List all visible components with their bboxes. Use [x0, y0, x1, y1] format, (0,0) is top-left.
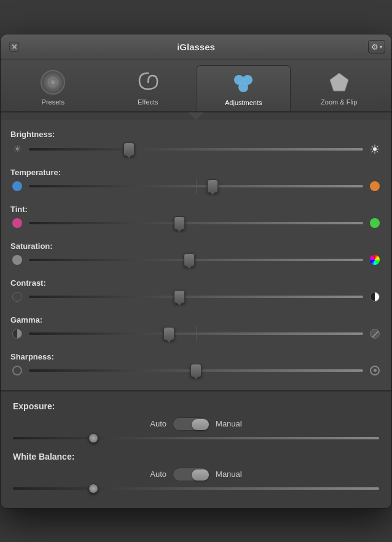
- gamma-label: Gamma:: [10, 315, 42, 324]
- blue-circle-icon: [12, 181, 22, 191]
- tab-bar: Presets Effects: [1, 60, 391, 112]
- tint-label-row: Tint:: [10, 203, 382, 214]
- spiral-svg: [136, 71, 160, 94]
- wb-toggle-knob: [192, 469, 209, 481]
- tab-presets-label: Presets: [42, 98, 65, 106]
- sharpness-label-row: Sharpness:: [10, 351, 382, 362]
- brightness-slider-row: ☀ ☀: [10, 142, 382, 157]
- main-window: iGlasses ⚙ ▾ Presets Effects: [0, 34, 392, 509]
- temperature-slider-row: [10, 179, 382, 194]
- tint-slider-row: [10, 216, 382, 230]
- brightness-row: Brightness:: [10, 128, 382, 139]
- tab-arrow-container: [1, 112, 391, 120]
- tab-zoom-flip[interactable]: Zoom & Flip: [293, 65, 386, 111]
- saturation-track-container[interactable]: [29, 253, 363, 267]
- temperature-tick: [196, 179, 197, 194]
- gamma-track-container[interactable]: [29, 326, 363, 341]
- exposure-slider-container[interactable]: [13, 437, 379, 439]
- sharpness-slider-row: [10, 363, 382, 378]
- white-balance-slider-container[interactable]: [13, 487, 379, 490]
- tint-thumb[interactable]: [174, 216, 185, 230]
- contrast-label-row: Contrast:: [10, 277, 382, 288]
- contrast-track-container[interactable]: [29, 289, 363, 304]
- effects-tab-icon: [135, 69, 162, 96]
- saturation-left-icon: [10, 253, 24, 267]
- exposure-toggle-knob: [192, 419, 209, 430]
- camera-icon: [41, 70, 65, 95]
- gamma-label-row: Gamma:: [10, 314, 382, 325]
- temperature-right-icon: [368, 179, 382, 193]
- exposure-section: Exposure: Auto Manual White Balance: Aut…: [1, 391, 391, 508]
- gamma-tick: [196, 326, 197, 341]
- contrast-label: Contrast:: [10, 278, 46, 288]
- empty-circle-icon: [12, 366, 22, 375]
- sharpness-right-icon: [368, 364, 382, 377]
- close-button[interactable]: [9, 42, 19, 52]
- brightness-track: [29, 148, 363, 151]
- sharpness-thumb[interactable]: [190, 364, 202, 377]
- exposure-toggle[interactable]: [173, 417, 210, 431]
- saturation-track: [29, 259, 363, 261]
- brightness-thumb[interactable]: [123, 143, 135, 156]
- contrast-thumb[interactable]: [174, 290, 185, 304]
- exposure-label: Exposure:: [13, 401, 379, 411]
- contrast-right-icon: [368, 290, 382, 304]
- sliders-section: Brightness: ☀ ☀ Temperature:: [1, 120, 391, 390]
- tab-presets[interactable]: Presets: [7, 65, 100, 111]
- sharpness-left-icon: [10, 364, 24, 377]
- sun-dim-icon: ☀: [13, 143, 22, 155]
- white-balance-toggle-row: Auto Manual: [13, 468, 379, 481]
- tint-right-icon: [368, 216, 382, 230]
- sun-bright-icon: ☀: [369, 142, 380, 157]
- temperature-thumb[interactable]: [207, 179, 218, 193]
- gamma-right-icon: [368, 327, 382, 340]
- saturation-thumb[interactable]: [184, 253, 195, 267]
- title-bar: iGlasses ⚙ ▾: [1, 34, 391, 60]
- brightness-track-container[interactable]: [29, 142, 363, 157]
- tint-track-container[interactable]: [29, 216, 363, 230]
- brightness-label-container: Brightness:: [10, 128, 84, 139]
- adjustments-svg: [232, 71, 255, 95]
- svg-marker-3: [330, 73, 348, 91]
- white-balance-label: White Balance:: [13, 452, 379, 461]
- exposure-thumb[interactable]: [88, 433, 98, 443]
- contrast-slider-row: [10, 289, 382, 304]
- exposure-manual-label: Manual: [216, 419, 242, 428]
- tab-effects[interactable]: Effects: [102, 65, 195, 111]
- saturation-label: Saturation:: [10, 242, 53, 251]
- contrast-icon: [370, 292, 380, 302]
- tab-adjustments-label: Adjustments: [225, 99, 262, 106]
- tab-effects-label: Effects: [138, 98, 158, 106]
- saturation-right-icon: [368, 253, 382, 267]
- gear-button[interactable]: ⚙ ▾: [368, 40, 385, 53]
- dropdown-arrow-icon: ▾: [380, 44, 382, 50]
- contrast-track: [29, 296, 363, 298]
- half-circle-icon: [12, 329, 22, 339]
- wb-auto-label: Auto: [150, 469, 167, 479]
- slash-circle-icon: [370, 329, 380, 339]
- contrast-left-icon: [10, 290, 24, 304]
- window-title: iGlasses: [177, 42, 215, 52]
- adjustments-tab-icon: [230, 69, 257, 96]
- gamma-left-icon: [10, 327, 24, 340]
- exposure-track: [13, 437, 379, 439]
- tab-adjustments[interactable]: Adjustments: [197, 65, 291, 111]
- pink-circle-icon: [12, 218, 22, 228]
- sharpness-track-container[interactable]: [29, 363, 363, 378]
- wb-thumb[interactable]: [88, 484, 98, 493]
- saturation-label-row: Saturation:: [10, 240, 382, 251]
- temperature-track-container[interactable]: [29, 179, 363, 194]
- pentagon-svg: [329, 72, 350, 93]
- temperature-label-row: Temperature:: [10, 167, 382, 178]
- color-wheel-icon: [370, 255, 380, 265]
- orange-circle-icon: [370, 181, 380, 191]
- white-balance-toggle[interactable]: [173, 468, 210, 481]
- temperature-label: Temperature:: [10, 168, 61, 177]
- gamma-thumb[interactable]: [163, 327, 174, 340]
- temperature-left-icon: [10, 179, 24, 193]
- svg-point-2: [238, 82, 248, 92]
- presets-tab-icon: [39, 69, 66, 96]
- brightness-right-icon: ☀: [368, 143, 382, 156]
- target-circle-icon: [370, 366, 380, 375]
- tint-left-icon: [10, 216, 24, 230]
